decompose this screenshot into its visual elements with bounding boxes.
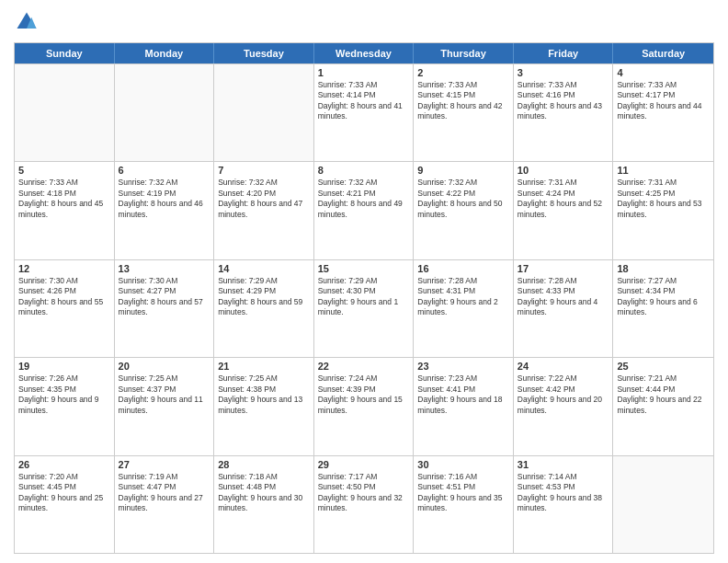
calendar-row: 19Sunrise: 7:26 AM Sunset: 4:35 PM Dayli… [15, 357, 713, 454]
day-number: 14 [218, 263, 310, 274]
day-info: Sunrise: 7:30 AM Sunset: 4:26 PM Dayligh… [18, 276, 110, 318]
calendar-cell: 5Sunrise: 7:33 AM Sunset: 4:18 PM Daylig… [15, 162, 115, 259]
calendar-cell: 11Sunrise: 7:31 AM Sunset: 4:25 PM Dayli… [613, 162, 713, 259]
calendar-cell: 8Sunrise: 7:32 AM Sunset: 4:21 PM Daylig… [314, 162, 415, 259]
day-info: Sunrise: 7:32 AM Sunset: 4:19 PM Dayligh… [119, 178, 210, 220]
calendar-cell: 16Sunrise: 7:28 AM Sunset: 4:31 PM Dayli… [414, 260, 514, 357]
day-number: 23 [417, 361, 509, 372]
day-number: 2 [417, 67, 509, 78]
day-number: 1 [318, 67, 410, 78]
day-info: Sunrise: 7:33 AM Sunset: 4:18 PM Dayligh… [18, 178, 110, 220]
weekday-header: Sunday [15, 43, 115, 63]
day-info: Sunrise: 7:28 AM Sunset: 4:31 PM Dayligh… [417, 276, 509, 318]
page-container: SundayMondayTuesdayWednesdayThursdayFrid… [0, 0, 728, 563]
calendar-row: 26Sunrise: 7:20 AM Sunset: 4:45 PM Dayli… [15, 455, 713, 553]
calendar-cell [214, 64, 314, 161]
calendar-cell: 22Sunrise: 7:24 AM Sunset: 4:39 PM Dayli… [314, 358, 415, 454]
day-info: Sunrise: 7:20 AM Sunset: 4:45 PM Dayligh… [18, 472, 110, 514]
day-info: Sunrise: 7:28 AM Sunset: 4:33 PM Dayligh… [518, 276, 609, 318]
day-number: 17 [518, 263, 609, 274]
day-info: Sunrise: 7:33 AM Sunset: 4:16 PM Dayligh… [518, 80, 609, 122]
calendar-cell: 26Sunrise: 7:20 AM Sunset: 4:45 PM Dayli… [15, 456, 115, 553]
day-number: 22 [318, 361, 410, 372]
day-number: 31 [518, 459, 609, 470]
calendar-row: 12Sunrise: 7:30 AM Sunset: 4:26 PM Dayli… [15, 259, 713, 357]
calendar-row: 1Sunrise: 7:33 AM Sunset: 4:14 PM Daylig… [15, 63, 713, 161]
day-number: 11 [617, 165, 710, 176]
calendar-cell: 4Sunrise: 7:33 AM Sunset: 4:17 PM Daylig… [613, 64, 713, 161]
weekday-header: Saturday [613, 43, 713, 63]
day-info: Sunrise: 7:21 AM Sunset: 4:44 PM Dayligh… [617, 373, 710, 416]
day-info: Sunrise: 7:16 AM Sunset: 4:51 PM Dayligh… [417, 472, 509, 514]
day-info: Sunrise: 7:26 AM Sunset: 4:35 PM Dayligh… [18, 373, 110, 416]
calendar-cell [15, 64, 115, 161]
day-info: Sunrise: 7:33 AM Sunset: 4:17 PM Dayligh… [617, 80, 710, 122]
calendar-cell: 14Sunrise: 7:29 AM Sunset: 4:29 PM Dayli… [214, 260, 314, 357]
day-number: 4 [617, 67, 710, 78]
day-number: 19 [18, 361, 110, 372]
day-number: 28 [218, 459, 310, 470]
day-info: Sunrise: 7:29 AM Sunset: 4:29 PM Dayligh… [218, 276, 310, 318]
day-number: 15 [318, 263, 410, 274]
day-info: Sunrise: 7:33 AM Sunset: 4:15 PM Dayligh… [417, 80, 509, 122]
day-info: Sunrise: 7:31 AM Sunset: 4:24 PM Dayligh… [518, 178, 609, 220]
calendar-cell: 27Sunrise: 7:19 AM Sunset: 4:47 PM Dayli… [115, 456, 215, 553]
day-info: Sunrise: 7:32 AM Sunset: 4:20 PM Dayligh… [218, 178, 310, 220]
day-number: 18 [617, 263, 710, 274]
day-info: Sunrise: 7:32 AM Sunset: 4:21 PM Dayligh… [318, 178, 410, 220]
calendar-row: 5Sunrise: 7:33 AM Sunset: 4:18 PM Daylig… [15, 161, 713, 259]
calendar-cell: 7Sunrise: 7:32 AM Sunset: 4:20 PM Daylig… [214, 162, 314, 259]
day-info: Sunrise: 7:14 AM Sunset: 4:53 PM Dayligh… [518, 472, 609, 514]
day-number: 13 [119, 263, 210, 274]
day-number: 3 [518, 67, 609, 78]
weekday-header: Friday [514, 43, 614, 63]
day-number: 5 [18, 165, 110, 176]
day-number: 6 [119, 165, 210, 176]
weekday-header: Monday [115, 43, 215, 63]
day-info: Sunrise: 7:32 AM Sunset: 4:22 PM Dayligh… [417, 178, 509, 220]
calendar-cell: 24Sunrise: 7:22 AM Sunset: 4:42 PM Dayli… [514, 358, 614, 454]
calendar-cell: 29Sunrise: 7:17 AM Sunset: 4:50 PM Dayli… [314, 456, 415, 553]
day-number: 29 [318, 459, 410, 470]
calendar-header: SundayMondayTuesdayWednesdayThursdayFrid… [15, 43, 713, 63]
day-number: 16 [417, 263, 509, 274]
calendar-cell: 23Sunrise: 7:23 AM Sunset: 4:41 PM Dayli… [414, 358, 514, 454]
day-number: 9 [417, 165, 509, 176]
day-info: Sunrise: 7:27 AM Sunset: 4:34 PM Dayligh… [617, 276, 710, 318]
day-info: Sunrise: 7:19 AM Sunset: 4:47 PM Dayligh… [119, 472, 210, 514]
day-info: Sunrise: 7:30 AM Sunset: 4:27 PM Dayligh… [119, 276, 210, 318]
day-number: 12 [18, 263, 110, 274]
day-number: 26 [18, 459, 110, 470]
day-info: Sunrise: 7:22 AM Sunset: 4:42 PM Dayligh… [518, 373, 609, 416]
day-info: Sunrise: 7:24 AM Sunset: 4:39 PM Dayligh… [318, 373, 410, 416]
calendar-cell: 12Sunrise: 7:30 AM Sunset: 4:26 PM Dayli… [15, 260, 115, 357]
calendar-cell: 3Sunrise: 7:33 AM Sunset: 4:16 PM Daylig… [514, 64, 614, 161]
calendar-cell: 6Sunrise: 7:32 AM Sunset: 4:19 PM Daylig… [115, 162, 215, 259]
day-number: 10 [518, 165, 609, 176]
calendar-cell [613, 456, 713, 553]
calendar-cell: 18Sunrise: 7:27 AM Sunset: 4:34 PM Dayli… [613, 260, 713, 357]
day-number: 20 [119, 361, 210, 372]
day-info: Sunrise: 7:33 AM Sunset: 4:14 PM Dayligh… [318, 80, 410, 122]
weekday-header: Thursday [414, 43, 514, 63]
calendar-cell: 15Sunrise: 7:29 AM Sunset: 4:30 PM Dayli… [314, 260, 415, 357]
day-number: 7 [218, 165, 310, 176]
day-number: 21 [218, 361, 310, 372]
page-header [14, 9, 714, 35]
calendar-cell: 28Sunrise: 7:18 AM Sunset: 4:48 PM Dayli… [214, 456, 314, 553]
calendar-cell: 1Sunrise: 7:33 AM Sunset: 4:14 PM Daylig… [314, 64, 415, 161]
calendar-cell: 30Sunrise: 7:16 AM Sunset: 4:51 PM Dayli… [414, 456, 514, 553]
calendar-cell: 20Sunrise: 7:25 AM Sunset: 4:37 PM Dayli… [115, 358, 215, 454]
day-info: Sunrise: 7:25 AM Sunset: 4:38 PM Dayligh… [218, 373, 310, 416]
calendar-cell: 19Sunrise: 7:26 AM Sunset: 4:35 PM Dayli… [15, 358, 115, 454]
calendar-cell: 2Sunrise: 7:33 AM Sunset: 4:15 PM Daylig… [414, 64, 514, 161]
day-info: Sunrise: 7:17 AM Sunset: 4:50 PM Dayligh… [318, 472, 410, 514]
day-number: 27 [119, 459, 210, 470]
calendar-cell [115, 64, 215, 161]
day-info: Sunrise: 7:31 AM Sunset: 4:25 PM Dayligh… [617, 178, 710, 220]
calendar-cell: 10Sunrise: 7:31 AM Sunset: 4:24 PM Dayli… [514, 162, 614, 259]
day-number: 25 [617, 361, 710, 372]
calendar-cell: 25Sunrise: 7:21 AM Sunset: 4:44 PM Dayli… [613, 358, 713, 454]
day-number: 8 [318, 165, 410, 176]
calendar-cell: 17Sunrise: 7:28 AM Sunset: 4:33 PM Dayli… [514, 260, 614, 357]
